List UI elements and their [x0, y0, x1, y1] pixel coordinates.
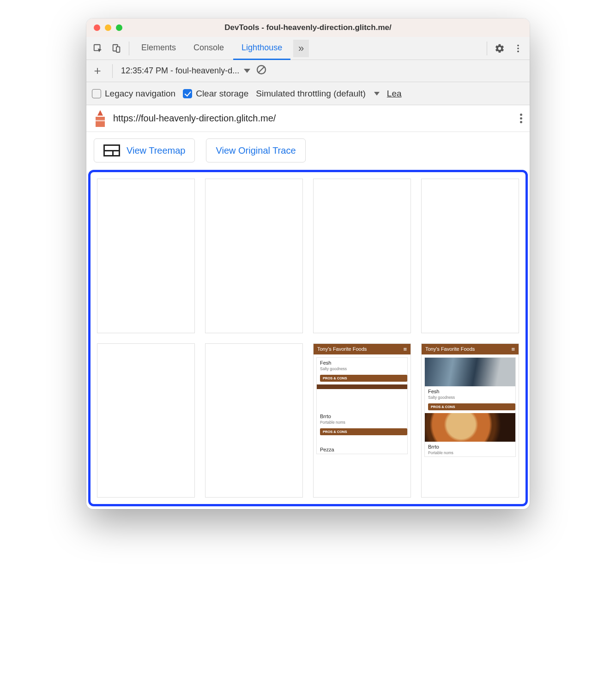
mini-page-header: Tony's Favorite Foods ≡	[422, 344, 519, 354]
report-url: https://foul-heavenly-direction.glitch.m…	[113, 113, 276, 124]
svg-point-5	[517, 50, 519, 52]
treemap-icon	[103, 144, 120, 156]
legacy-navigation-checkbox[interactable]	[92, 89, 101, 98]
throttling-label: Simulated throttling (default)	[256, 89, 366, 99]
more-icon[interactable]	[509, 40, 527, 57]
view-treemap-button[interactable]: View Treemap	[94, 138, 195, 162]
window-title: DevTools - foul-heavenly-direction.glitc…	[86, 23, 530, 32]
mini-image-placeholder	[317, 384, 407, 389]
report-dropdown[interactable]: 12:35:47 PM - foul-heavenly-d...	[121, 66, 250, 76]
hamburger-icon: ≡	[511, 346, 515, 352]
mini-card-button: PROS & CONS	[320, 428, 407, 435]
svg-rect-2	[116, 47, 120, 52]
mini-card-subtitle: Portable noms	[428, 450, 512, 455]
main-toolbar: Elements Console Lighthouse »	[86, 37, 530, 60]
hamburger-icon: ≡	[403, 346, 407, 352]
mini-card-title: Brrto	[428, 444, 512, 450]
mini-card-title: Fesh	[320, 360, 404, 366]
filmstrip-frame[interactable]	[421, 179, 519, 333]
view-buttons-row: View Treemap View Original Trace	[86, 132, 530, 170]
options-row: Legacy navigation Clear storage Simulate…	[86, 82, 530, 105]
mini-card-subtitle: Salty goodness	[428, 395, 512, 400]
clear-storage-checkbox[interactable]	[183, 89, 192, 98]
mini-card-subtitle: Salty goodness	[320, 366, 404, 371]
clear-storage-label: Clear storage	[196, 89, 248, 99]
titlebar: DevTools - foul-heavenly-direction.glitc…	[86, 18, 530, 37]
mini-card-button: PROS & CONS	[320, 375, 407, 382]
zoom-window-button[interactable]	[116, 24, 122, 31]
svg-line-7	[259, 67, 264, 72]
report-url-row: https://foul-heavenly-direction.glitch.m…	[86, 105, 530, 132]
legacy-navigation-label: Legacy navigation	[105, 89, 175, 99]
view-original-trace-label: View Original Trace	[216, 145, 296, 156]
divider	[487, 42, 487, 55]
report-picker-row: + 12:35:47 PM - foul-heavenly-d...	[86, 60, 530, 82]
mini-card-button: PROS & CONS	[428, 403, 515, 410]
device-toggle-icon[interactable]	[108, 40, 125, 57]
filmstrip-frame[interactable]	[313, 179, 411, 333]
tab-elements[interactable]: Elements	[133, 37, 184, 60]
report-menu-icon[interactable]	[520, 114, 522, 123]
chevron-down-icon	[374, 92, 380, 96]
mini-header-title: Tony's Favorite Foods	[425, 346, 475, 352]
tab-lighthouse[interactable]: Lighthouse	[233, 37, 290, 60]
filmstrip-frame[interactable]: Tony's Favorite Foods ≡ Fesh Salty goodn…	[313, 343, 411, 498]
mini-card-title: Brrto	[320, 414, 404, 419]
divider	[129, 42, 129, 55]
settings-icon[interactable]	[491, 40, 508, 57]
mini-image-fish	[425, 358, 515, 386]
tabs-overflow-button[interactable]: »	[293, 40, 309, 57]
tab-console[interactable]: Console	[185, 37, 232, 60]
inspect-element-icon[interactable]	[89, 40, 107, 57]
mini-card-title: Pezza	[320, 447, 404, 452]
svg-point-4	[517, 48, 519, 49]
close-window-button[interactable]	[94, 24, 100, 31]
minimize-window-button[interactable]	[105, 24, 111, 31]
devtools-window: DevTools - foul-heavenly-direction.glitc…	[86, 18, 530, 509]
throttling-dropdown[interactable]: Simulated throttling (default)	[256, 89, 366, 99]
mini-card-subtitle: Portable noms	[320, 420, 404, 425]
mini-header-title: Tony's Favorite Foods	[317, 346, 367, 352]
mini-card: Fesh Salty goodness PROS & CONS Brrto Po…	[424, 357, 516, 457]
filmstrip-frame[interactable]	[97, 179, 195, 333]
view-treemap-label: View Treemap	[127, 145, 185, 156]
filmstrip-highlight: Tony's Favorite Foods ≡ Fesh Salty goodn…	[88, 170, 528, 506]
report-dropdown-label: 12:35:47 PM - foul-heavenly-d...	[121, 66, 239, 76]
traffic-lights	[86, 24, 122, 31]
mini-page-header: Tony's Favorite Foods ≡	[314, 344, 411, 354]
mini-card: Fesh Salty goodness PROS & CONS Brrto Po…	[316, 357, 408, 454]
mini-image-burrito	[425, 413, 515, 442]
learn-more-link[interactable]: Lea	[387, 89, 402, 99]
divider	[112, 64, 113, 78]
mini-card-title: Fesh	[428, 389, 512, 394]
svg-point-3	[517, 44, 519, 46]
filmstrip: Tony's Favorite Foods ≡ Fesh Salty goodn…	[97, 179, 519, 498]
clear-report-icon[interactable]	[256, 64, 267, 78]
filmstrip-frame[interactable]: Tony's Favorite Foods ≡ Fesh Salty goodn…	[421, 343, 519, 498]
filmstrip-frame[interactable]	[97, 343, 195, 498]
legacy-navigation-option[interactable]: Legacy navigation	[92, 89, 175, 99]
filmstrip-frame[interactable]	[205, 343, 303, 498]
lighthouse-icon	[94, 110, 107, 127]
filmstrip-frame[interactable]	[205, 179, 303, 333]
new-report-button[interactable]: +	[91, 64, 104, 78]
view-original-trace-button[interactable]: View Original Trace	[206, 138, 305, 162]
clear-storage-option[interactable]: Clear storage	[183, 89, 248, 99]
chevron-down-icon	[244, 69, 250, 73]
